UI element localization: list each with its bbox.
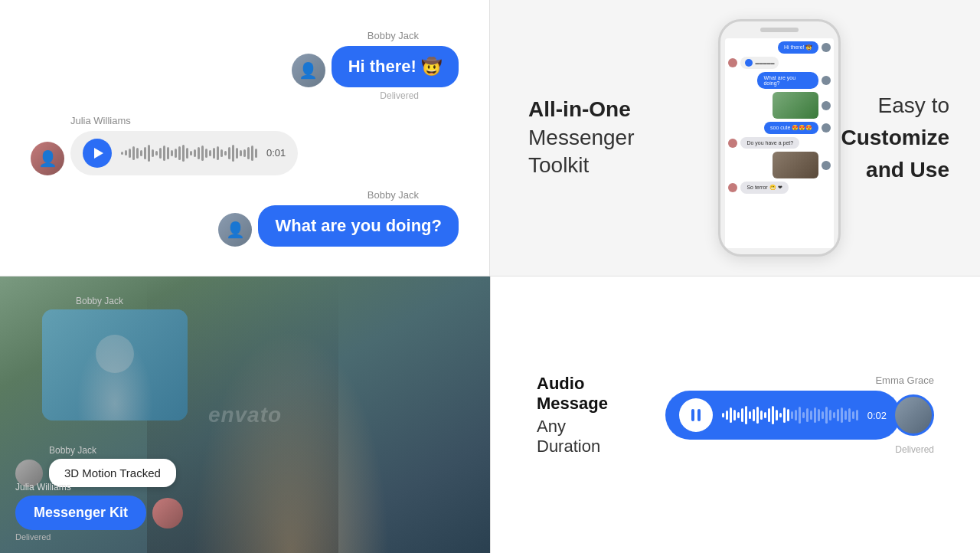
avatar-bobby-2: 👤 [218, 213, 252, 247]
avatar-julia: 👤 [31, 142, 64, 175]
kit-avatar [152, 498, 183, 528]
message-hi-there: Bobby Jack Hi there! 🤠 👤 Delivered [31, 30, 459, 101]
audio-content: Audio Message Any Duration Emma Grace [537, 374, 934, 456]
mini-bubble-1: Hi there! 🤠 [778, 41, 818, 54]
audio-waveform [722, 406, 858, 424]
audio-description: Audio Message Any Duration [537, 374, 627, 456]
and-use-label: and Use [866, 154, 949, 186]
audio-player-area: Emma Grace 0:02 [665, 375, 934, 455]
delivered-audio: Delivered [895, 444, 934, 455]
mini-avatar-8 [728, 183, 737, 192]
message-voice: Julia Williams 👤 0:01 [31, 115, 459, 175]
mini-bubble-grey-1: Do you have a pet? [740, 137, 799, 149]
sender-bobby-1: Bobby Jack [31, 30, 419, 41]
mini-avatar-1 [822, 43, 831, 52]
emma-avatar [893, 394, 934, 436]
voice-timer: 0:01 [266, 147, 286, 159]
face-circle [96, 335, 134, 373]
mini-avatar-4 [822, 101, 831, 110]
mini-bubble-grey-2: So terror 😬 ❤ [740, 182, 788, 194]
toolkit-label: Toolkit [528, 152, 589, 179]
chat-panel: Bobby Jack Hi there! 🤠 👤 Delivered Julia… [0, 0, 490, 276]
mini-voice: ▬▬▬▬▬ [740, 57, 779, 69]
easy-to-label: Easy to [878, 90, 949, 122]
mini-photo [773, 92, 818, 119]
pause-bar-left [691, 409, 694, 421]
audio-timer: 0:02 [867, 410, 887, 421]
message-row-voice: 👤 0:01 [31, 131, 459, 175]
audio-panel: Audio Message Any Duration Emma Grace [490, 276, 980, 553]
player-row: 0:02 [665, 391, 934, 440]
kit-row: Messenger Kit [15, 496, 475, 530]
voice-bubble: 0:01 [70, 131, 298, 175]
emma-label: Emma Grace [875, 375, 934, 386]
phone-notch [760, 28, 799, 32]
kit-area: Julia Williams Messenger Kit Delivered [0, 482, 490, 542]
mini-avatar-7 [822, 161, 831, 170]
messenger-label: Messenger [528, 124, 635, 152]
mini-avatar-6 [728, 139, 737, 148]
pause-icon [691, 409, 701, 421]
delivered-1: Delivered [31, 90, 419, 101]
tracked-area: Bobby Jack 3D Motion Tracked [15, 445, 176, 487]
bubble-what: What are you doing? [258, 205, 459, 247]
chat-area: Bobby Jack Hi there! 🤠 👤 Delivered Julia… [31, 30, 459, 247]
bobby-label-tracked: Bobby Jack [49, 445, 176, 456]
video-card [42, 309, 188, 420]
pause-bar-right [697, 409, 701, 421]
left-text-block: All-in-One Messenger Toolkit [521, 96, 718, 179]
avatar-bobby-1: 👤 [292, 54, 325, 87]
any-duration-label: Any Duration [537, 417, 627, 456]
sender-bobby-2: Bobby Jack [31, 189, 419, 201]
mini-play-icon [745, 59, 753, 67]
all-in-one-label: All-in-One [528, 96, 631, 123]
delivered-kit: Delivered [15, 532, 475, 542]
phone-screen: Hi there! 🤠 ▬▬▬▬▬ What are you doing? so… [725, 38, 834, 248]
mini-bubble-2: What are you doing? [757, 72, 818, 89]
phone-mockup: Hi there! 🤠 ▬▬▬▬▬ What are you doing? so… [718, 19, 841, 257]
waveform [121, 145, 257, 162]
video-card-area: Bobby Jack [42, 296, 188, 420]
message-row-what: What are you doing? 👤 [31, 205, 459, 247]
bobby-label-video: Bobby Jack [76, 296, 188, 306]
mini-avatar-3 [822, 76, 831, 85]
kit-bubble: Messenger Kit [15, 496, 146, 530]
julia-kit-label: Julia Williams [15, 482, 475, 492]
pause-button[interactable] [679, 398, 713, 432]
message-row-hi: Hi there! 🤠 👤 [31, 46, 459, 87]
mini-avatar-2 [728, 58, 737, 67]
showcase-panel: All-in-One Messenger Toolkit Hi there! 🤠… [490, 0, 980, 276]
mini-photo-2 [773, 152, 818, 178]
bubble-hi-there: Hi there! 🤠 [332, 46, 459, 87]
sender-julia: Julia Williams [70, 115, 459, 126]
message-what: Bobby Jack What are you doing? 👤 [31, 189, 459, 247]
mini-bubble-3: soo cute 😍😍😍 [764, 122, 818, 134]
right-text-block: Easy to Customize and Use [841, 90, 949, 186]
audio-message-label: Audio Message [537, 374, 627, 414]
video-panel: envato Bobby Jack Bobby Jack 3D Motion T… [0, 276, 490, 553]
mini-avatar-5 [822, 123, 831, 133]
play-button[interactable] [83, 139, 112, 168]
customize-label: Customize [841, 122, 949, 154]
audio-player[interactable]: 0:02 [665, 391, 900, 440]
